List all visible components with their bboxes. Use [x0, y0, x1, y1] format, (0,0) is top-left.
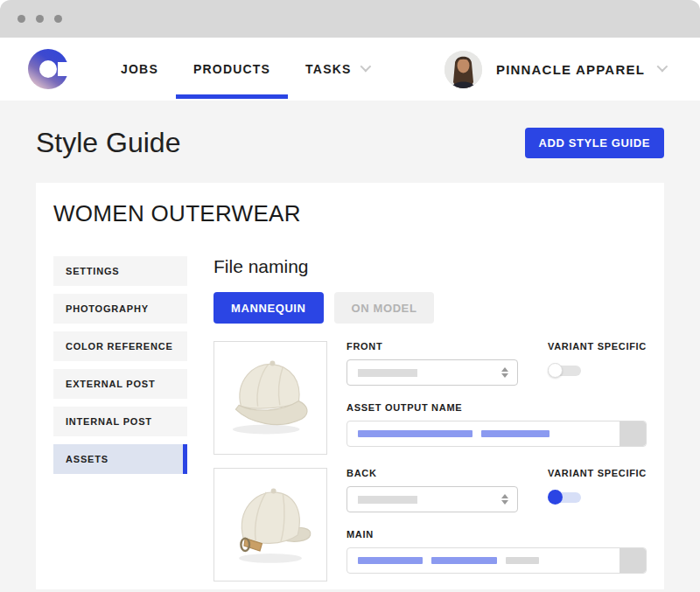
variant-specific-field: VARIANT SPECIFIC [548, 341, 647, 386]
angle-field: BACK [346, 468, 518, 512]
asset-row: BACK VARIANT SPECIFIC [214, 468, 647, 582]
nav-item-products[interactable]: PRODUCTS [176, 38, 288, 101]
sidebar-item-label: EXTERNAL POST [66, 379, 156, 389]
cap-front-photo [218, 345, 323, 450]
sort-arrows-icon [501, 367, 508, 378]
asset-row: FRONT VARIANT SPECIFIC [214, 341, 647, 455]
nav-links: JOBS PRODUCTS TASKS [103, 38, 386, 101]
sidebar-item-settings[interactable]: SETTINGS [53, 256, 187, 286]
variant-specific-field: VARIANT SPECIFIC [548, 468, 647, 512]
input-content-bar [431, 557, 497, 564]
variant-specific-label: VARIANT SPECIFIC [548, 341, 647, 352]
input-content-bar [506, 557, 539, 564]
tab-mannequin[interactable]: MANNEQUIN [214, 292, 324, 324]
sidebar-item-external-post[interactable]: EXTERNAL POST [53, 369, 187, 399]
select-placeholder-bar [358, 369, 417, 377]
input-bar-container [358, 430, 558, 437]
toggle-knob [548, 490, 563, 505]
sidebar-item-label: INTERNAL POST [66, 416, 152, 427]
output-name-field: MAIN [346, 529, 647, 574]
tab-label: MANNEQUIN [231, 302, 306, 315]
sidebar-item-label: COLOR REFERENCE [66, 341, 173, 352]
app-window: JOBS PRODUCTS TASKS PINNACLE APPAREL [0, 0, 700, 592]
angle-select[interactable] [346, 486, 518, 512]
sidebar-item-photography[interactable]: PHOTOGRAPHY [53, 294, 187, 324]
nav-item-jobs[interactable]: JOBS [103, 38, 176, 101]
asset-fields: BACK VARIANT SPECIFIC [346, 468, 647, 582]
nav-item-label: JOBS [121, 62, 158, 76]
account-name: PINNACLE APPAREL [496, 62, 645, 77]
angle-label: BACK [346, 468, 518, 478]
angle-field: FRONT [346, 341, 518, 386]
card-sidebar: SETTINGS PHOTOGRAPHY COLOR REFERENCE EXT… [53, 256, 187, 589]
output-name-label: MAIN [346, 529, 647, 540]
page-header: Style Guide ADD STYLE GUIDE [0, 101, 700, 183]
nav-item-label: TASKS [305, 62, 351, 76]
sidebar-item-internal-post[interactable]: INTERNAL POST [53, 407, 187, 436]
page-title: Style Guide [36, 127, 180, 159]
avatar [444, 51, 482, 88]
account-menu[interactable]: PINNACLE APPAREL [444, 38, 665, 101]
file-naming-panel: File naming MANNEQUIN ON MODEL [214, 256, 647, 589]
woman-portrait-image [444, 51, 482, 88]
window-titlebar [0, 0, 700, 38]
sort-arrows-icon [501, 494, 508, 505]
input-end-button[interactable] [620, 421, 646, 446]
variant-toggle[interactable] [548, 363, 583, 378]
angle-select[interactable] [346, 359, 518, 386]
product-image-front [214, 341, 327, 455]
cap-back-photo [218, 472, 323, 577]
angle-label: FRONT [346, 341, 518, 352]
tab-label: ON MODEL [352, 302, 417, 315]
variant-specific-label: VARIANT SPECIFIC [548, 468, 647, 478]
sidebar-item-label: PHOTOGRAPHY [66, 303, 149, 314]
sidebar-item-assets[interactable]: ASSETS [53, 444, 187, 474]
add-style-guide-button[interactable]: ADD STYLE GUIDE [525, 128, 664, 158]
c-gradient-logo-icon [28, 49, 68, 89]
mode-tabs: MANNEQUIN ON MODEL [214, 292, 647, 324]
nav-item-tasks[interactable]: TASKS [288, 38, 385, 101]
input-content-bar [358, 557, 423, 564]
style-guide-card: WOMEN OUTERWEAR SETTINGS PHOTOGRAPHY COL… [36, 183, 664, 589]
window-control-dot[interactable] [18, 15, 25, 23]
input-end-button[interactable] [620, 548, 646, 573]
window-control-dot[interactable] [54, 15, 62, 23]
sidebar-item-label: SETTINGS [66, 266, 119, 276]
sidebar-item-label: ASSETS [66, 454, 108, 464]
window-control-dot[interactable] [36, 15, 44, 23]
top-navbar: JOBS PRODUCTS TASKS PINNACLE APPAREL [0, 38, 700, 101]
select-placeholder-bar [358, 496, 417, 504]
section-title: File naming [214, 256, 647, 277]
output-name-field: ASSET OUTPUT NAME [346, 402, 647, 447]
input-content-bar [481, 430, 550, 437]
sidebar-item-color-reference[interactable]: COLOR REFERENCE [53, 331, 187, 361]
output-name-input[interactable] [346, 547, 647, 574]
input-bar-container [358, 557, 548, 564]
tab-on-model[interactable]: ON MODEL [334, 292, 435, 324]
toggle-knob [548, 363, 563, 378]
chevron-down-icon [360, 60, 371, 72]
nav-item-label: PRODUCTS [193, 62, 270, 76]
brand[interactable] [28, 38, 68, 101]
variant-toggle[interactable] [548, 490, 583, 505]
output-name-label: ASSET OUTPUT NAME [346, 402, 647, 413]
asset-fields: FRONT VARIANT SPECIFIC [346, 341, 647, 455]
output-name-input[interactable] [346, 421, 647, 447]
chevron-down-icon [657, 60, 668, 72]
input-content-bar [358, 430, 472, 437]
style-guide-name: WOMEN OUTERWEAR [53, 200, 647, 227]
product-image-back [214, 468, 327, 582]
